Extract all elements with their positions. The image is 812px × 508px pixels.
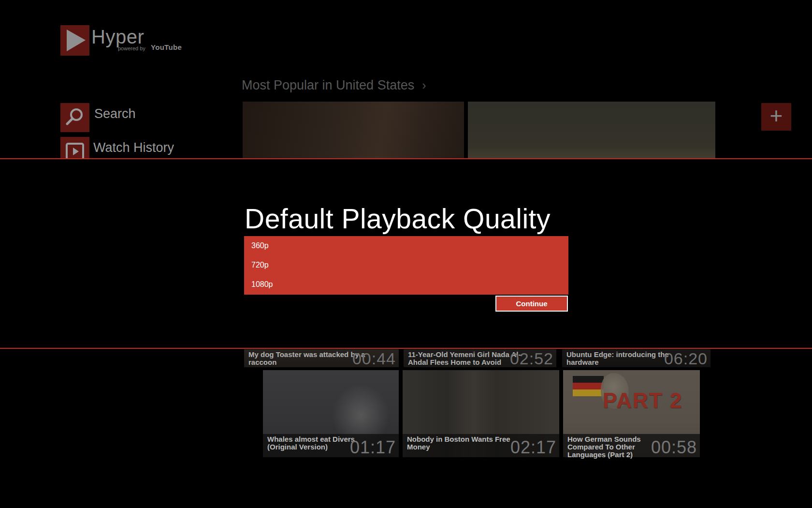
sidebar-label-watch-history[interactable]: Watch History	[93, 140, 174, 155]
video-card-german-sounds[interactable]: PART 2 How German Sounds Compared To Oth…	[563, 370, 700, 457]
powered-by-label: powered by	[118, 45, 145, 51]
video-title: Whales almost eat Divers (Original Versi…	[267, 435, 359, 451]
chevron-right-icon: ›	[422, 78, 426, 92]
video-duration: 00:58	[651, 438, 697, 457]
add-button[interactable]: +	[761, 103, 791, 131]
dialog-title: Default Playback Quality	[245, 203, 551, 235]
video-title-overlay: Nobody in Boston Wants Free Money 02:17	[403, 434, 559, 457]
quality-option-720p[interactable]: 720p	[244, 255, 568, 275]
video-title: Ubuntu Edge: introducing the hardware	[566, 351, 678, 366]
video-duration: 00:44	[352, 350, 396, 367]
youtube-brand-label: YouTube	[151, 43, 182, 51]
section-title: Most Popular in United States	[242, 78, 414, 92]
sidebar-item-search[interactable]	[60, 103, 89, 132]
search-icon	[60, 103, 89, 132]
video-card-dog-toaster[interactable]: My dog Toaster was attacked by a raccoon…	[244, 349, 399, 367]
video-card-whales[interactable]: Whales almost eat Divers (Original Versi…	[263, 370, 399, 457]
thumbnail-text: PART 2	[603, 388, 682, 413]
app-title: Hyper	[91, 26, 144, 48]
video-title-overlay: How German Sounds Compared To Other Lang…	[563, 434, 700, 457]
video-duration: 06:20	[664, 350, 708, 367]
video-title-overlay: Whales almost eat Divers (Original Versi…	[263, 434, 399, 457]
default-playback-quality-dialog: Default Playback Quality 360p 720p 1080p…	[0, 158, 812, 349]
video-card-ubuntu-edge[interactable]: Ubuntu Edge: introducing the hardware 06…	[562, 349, 710, 367]
quality-option-360p[interactable]: 360p	[244, 236, 568, 255]
video-card-yemeni-girl[interactable]: 11-Year-Old Yemeni Girl Nada Al-Ahdal Fl…	[404, 349, 556, 367]
app-logo	[60, 25, 89, 56]
play-icon	[60, 25, 89, 56]
video-title: My dog Toaster was attacked by a raccoon	[248, 351, 369, 366]
section-header[interactable]: Most Popular in United States›	[242, 78, 426, 93]
video-duration: 02:52	[510, 350, 553, 367]
video-card-boston-money[interactable]: Nobody in Boston Wants Free Money 02:17	[403, 370, 559, 457]
quality-option-1080p[interactable]: 1080p	[244, 275, 568, 294]
german-flag-icon	[573, 376, 604, 396]
video-title: Nobody in Boston Wants Free Money	[407, 435, 511, 451]
continue-button[interactable]: Continue	[495, 296, 568, 312]
video-duration: 02:17	[510, 438, 556, 457]
sidebar-label-search[interactable]: Search	[94, 106, 136, 121]
video-duration: 01:17	[350, 438, 396, 457]
quality-option-list[interactable]: 360p 720p 1080p	[244, 236, 568, 295]
